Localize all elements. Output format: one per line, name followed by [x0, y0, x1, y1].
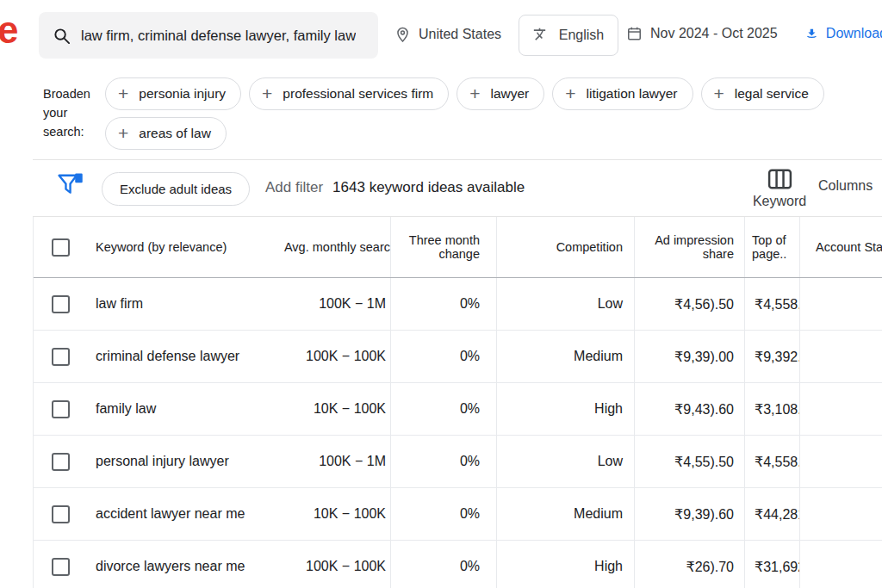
table-header-row: Keyword (by relevance) Avg. monthly sear… [34, 217, 882, 278]
cell-ad-impression-share: ₹9,39).00 [634, 331, 744, 382]
cell-ad-impression-share: ₹9,39).60 [634, 488, 744, 540]
broaden-chip[interactable]: +legal service [701, 77, 824, 110]
columns-view-icon [767, 168, 793, 191]
location-label: United States [419, 27, 501, 42]
table-row[interactable]: family law 10K − 100K 0% High ₹9,43).60 … [34, 383, 882, 436]
cell-avg-monthly: 100K − 100K [259, 541, 390, 588]
cell-competition: Low [496, 278, 634, 330]
cell-keyword: accident lawyer near me [87, 488, 259, 540]
plus-icon: + [118, 84, 128, 102]
broaden-chip[interactable]: +professional services firm [249, 77, 449, 110]
cell-keyword: divorce lawyers near me [87, 541, 259, 588]
cell-three-month-change: 0% [390, 436, 496, 487]
ideas-count-text: 1643 keyword ideas available [332, 179, 525, 196]
cell-competition: Low [496, 436, 634, 487]
plus-icon: + [262, 84, 272, 102]
download-label: Download [826, 26, 882, 41]
row-checkbox[interactable] [52, 348, 70, 366]
cell-three-month-change: 0% [390, 278, 496, 330]
search-icon [53, 27, 71, 45]
header-three-month-change[interactable]: Three month change [390, 217, 496, 277]
location-selector[interactable]: United States [394, 25, 501, 44]
cell-account-status [799, 541, 882, 588]
broaden-chips-row: +personia injury +professional services … [105, 77, 824, 110]
broaden-chip[interactable]: +lawyer [457, 77, 544, 110]
header-keyword[interactable]: Keyword (by relevance) [87, 217, 259, 277]
cell-competition: High [496, 383, 634, 435]
language-selector[interactable]: English [519, 15, 618, 56]
translate-icon [533, 27, 550, 44]
plus-icon: + [118, 124, 128, 142]
table-row[interactable]: law firm 100K − 1M 0% Low ₹4,56).50 ₹4,5… [34, 278, 882, 331]
select-all-checkbox[interactable] [52, 238, 70, 257]
cell-three-month-change: 0% [390, 383, 496, 435]
keyword-ideas-table: Keyword (by relevance) Avg. monthly sear… [33, 217, 882, 588]
chip-label: areas of law [139, 126, 211, 141]
cell-top-of-page: ₹31,692 [744, 541, 799, 588]
cell-avg-monthly: 100K − 1M [259, 436, 390, 487]
plus-icon: + [714, 84, 724, 102]
cell-account-status [799, 331, 882, 382]
cell-top-of-page: ₹3,108.7 [744, 383, 799, 435]
header-competition[interactable]: Competition [496, 217, 634, 277]
cell-account-status [799, 488, 882, 540]
broaden-chip[interactable]: +litigation lawyer [552, 77, 693, 110]
plus-icon: + [565, 84, 575, 102]
table-row[interactable]: divorce lawyers near me 100K − 100K 0% H… [34, 541, 882, 588]
row-checkbox[interactable] [52, 400, 70, 418]
cell-avg-monthly: 100K − 1M [259, 278, 390, 330]
download-button[interactable]: Download [805, 25, 882, 42]
table-row[interactable]: criminal defense lawyer 100K − 100K 0% M… [34, 331, 882, 383]
row-checkbox[interactable] [52, 295, 70, 313]
cell-avg-monthly: 10K − 100K [259, 488, 390, 540]
header-top-of-page[interactable]: Top of page.. [744, 217, 799, 277]
logo-fragment: e [0, 9, 18, 52]
filter-funnel-icon[interactable] [55, 170, 84, 202]
keyword-planner-page: e law firm, criminal defense lawyer, fam… [0, 0, 882, 588]
chip-label: professional services firm [283, 86, 433, 102]
broaden-chips-row-2: +areas of law [105, 117, 227, 150]
header-account-status[interactable]: Account Sta [799, 217, 882, 277]
exclude-adult-ideas-chip[interactable]: Exclude adult ideas [102, 172, 250, 206]
header-ad-impression-share[interactable]: Ad impression share [634, 217, 744, 277]
cell-competition: High [496, 541, 634, 588]
cell-account-status [799, 383, 882, 435]
row-checkbox[interactable] [52, 505, 70, 523]
keyword-view-selector[interactable]: Keyword [746, 168, 813, 209]
download-icon [805, 25, 818, 42]
cell-competition: Medium [496, 488, 634, 540]
table-row[interactable]: accident lawyer near me 10K − 100K 0% Me… [34, 488, 882, 541]
cell-top-of-page: ₹4,558.5 [744, 278, 799, 330]
cell-ad-impression-share: ₹4,55).50 [634, 436, 744, 487]
date-range-selector[interactable]: Nov 2024 - Oct 2025 [626, 25, 778, 42]
cell-three-month-change: 0% [390, 331, 496, 382]
broaden-chip[interactable]: +personia injury [105, 77, 241, 110]
row-checkbox[interactable] [52, 558, 70, 576]
header-avg-monthly-searches[interactable]: Avg. monthly searc [259, 217, 390, 277]
table-row[interactable]: personal injury lawyer 100K − 1M 0% Low … [34, 436, 882, 488]
add-filter-button[interactable]: Add filter [265, 179, 323, 196]
calendar-icon [626, 25, 643, 42]
columns-button[interactable]: Columns [818, 178, 873, 194]
cell-ad-impression-share: ₹26).70 [634, 541, 744, 588]
broaden-search-label: Broaden your search: [43, 85, 100, 141]
cell-avg-monthly: 100K − 100K [259, 331, 390, 382]
search-input[interactable]: law firm, criminal defense lawyer, famil… [39, 12, 378, 59]
search-value: law firm, criminal defense lawyer, famil… [81, 28, 356, 44]
cell-account-status [799, 278, 882, 330]
exclude-chip-label: Exclude adult ideas [120, 182, 232, 196]
cell-keyword: law firm [87, 278, 259, 330]
broaden-chip[interactable]: +areas of law [105, 117, 227, 150]
cell-competition: Medium [496, 331, 634, 382]
cell-keyword: personal injury lawyer [87, 436, 259, 487]
cell-top-of-page: ₹9,392.4 [744, 331, 799, 382]
cell-top-of-page: ₹44,281 [744, 488, 799, 540]
plus-icon: + [469, 84, 480, 102]
chip-label: legal service [735, 86, 809, 102]
cell-avg-monthly: 10K − 100K [259, 383, 390, 435]
row-checkbox[interactable] [52, 453, 70, 471]
cell-ad-impression-share: ₹9,43).60 [634, 383, 744, 435]
cell-keyword: family law [87, 383, 259, 435]
keyword-view-label: Keyword [753, 194, 806, 209]
chip-label: litigation lawyer [587, 86, 678, 102]
